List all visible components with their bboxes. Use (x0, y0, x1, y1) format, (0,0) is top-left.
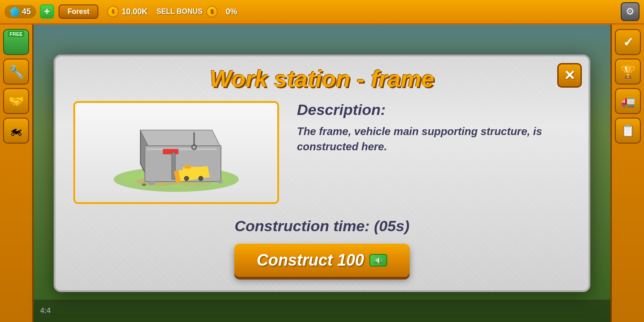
location-button[interactable]: Forest (59, 4, 98, 19)
item-image-container (73, 101, 279, 204)
free-label: FREE (8, 31, 24, 37)
diamond-counter: 45 (4, 5, 36, 18)
motorcycle-icon: 🏍 (10, 123, 22, 138)
motorcycle-button[interactable]: 🏍 (3, 118, 29, 144)
svg-rect-8 (147, 148, 216, 150)
construction-time: Construction time: (05s) (73, 217, 571, 235)
sell-bonus-display: SELL BONUS $ 0% (157, 6, 237, 17)
close-modal-button[interactable]: ✕ (557, 63, 582, 88)
sell-bonus-label: SELL BONUS (157, 8, 203, 16)
checkmark-icon: ✓ (623, 35, 633, 50)
book-icon: 📋 (621, 124, 635, 138)
top-bar: 45 + Forest $ 10.00K SELL BONUS $ 0% ⚙ (0, 0, 644, 25)
wrench-button[interactable]: 🔧 (3, 59, 29, 85)
construct-button-label: Construct 100 (257, 251, 364, 270)
money-icon: 💵 (369, 254, 387, 267)
modal-overlay: Work station - frame ✕ (34, 25, 610, 322)
diamond-count: 45 (22, 7, 31, 17)
add-diamonds-button[interactable]: + (40, 4, 54, 19)
coins-display: $ 10.00K (107, 6, 148, 17)
svg-point-19 (142, 183, 146, 186)
wrench-icon: 🔧 (8, 64, 24, 79)
trophy-icon: 🏆 (620, 64, 636, 79)
svg-point-18 (217, 180, 223, 183)
workstation-modal: Work station - frame ✕ (54, 55, 590, 292)
svg-point-16 (199, 176, 203, 181)
trophy-button[interactable]: 🏆 (615, 59, 641, 85)
description-section: Description: The frame, vehicle main sup… (297, 101, 571, 154)
svg-point-15 (184, 176, 189, 181)
diamond-icon (10, 7, 20, 17)
coin-icon: $ (107, 6, 119, 17)
settings-button[interactable]: ⚙ (621, 2, 640, 21)
left-sidebar: FREE 🔧 🤝 🏍 (0, 25, 34, 322)
handshake-button[interactable]: 🤝 (3, 88, 29, 114)
sell-bonus-coin-icon: $ (206, 6, 218, 17)
handshake-icon: 🤝 (8, 94, 24, 109)
modal-title: Work station - frame (73, 65, 571, 92)
construct-button[interactable]: Construct 100 💵 (234, 244, 410, 277)
description-label: Description: (297, 101, 571, 119)
modal-body: Description: The frame, vehicle main sup… (73, 101, 571, 204)
description-text: The frame, vehicle main supporting struc… (297, 124, 571, 154)
right-sidebar: ✓ 🏆 🚛 📋 (610, 25, 644, 322)
svg-rect-14 (184, 165, 191, 169)
truck-button[interactable]: 🚛 (615, 88, 641, 114)
book-button[interactable]: 📋 (615, 118, 641, 144)
checkmark-button[interactable]: ✓ (615, 29, 641, 55)
coins-value: 10.00K (122, 7, 148, 17)
free-button[interactable]: FREE (3, 29, 29, 55)
svg-point-17 (148, 181, 155, 185)
truck-icon: 🚛 (621, 94, 635, 108)
construct-button-wrapper: Construct 100 💵 (73, 244, 571, 277)
bonus-percent: 0% (226, 7, 237, 17)
workstation-frame-image (105, 112, 248, 193)
svg-rect-9 (163, 149, 178, 154)
